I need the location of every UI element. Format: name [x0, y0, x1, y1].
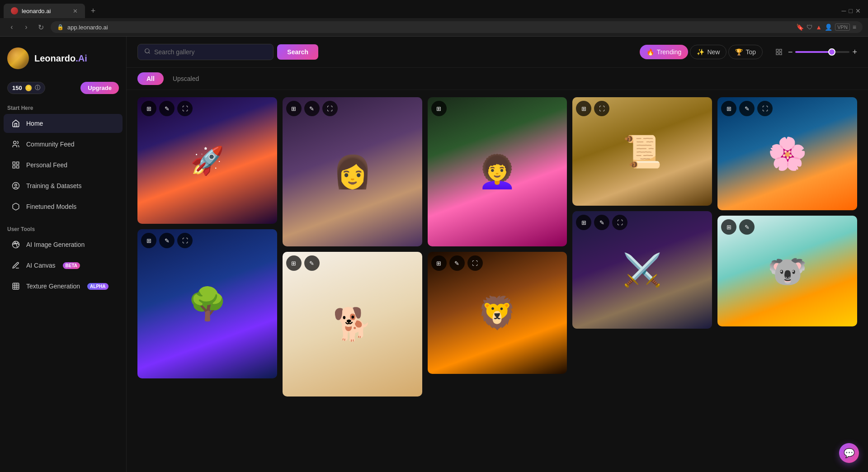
svg-point-9 — [145, 49, 149, 53]
expand-button[interactable]: ⛶ — [612, 215, 627, 230]
sort-buttons: 🔥 Trending ✨ New 🏆 Top — [640, 45, 763, 59]
upgrade-button[interactable]: Upgrade — [80, 82, 119, 94]
edit-button[interactable]: ✎ — [594, 215, 609, 230]
gallery-item[interactable]: ⊞ — [428, 97, 567, 246]
tab-all[interactable]: All — [137, 72, 164, 85]
remix-button[interactable]: ⊞ — [431, 101, 447, 116]
sidebar-community-label: Community Feed — [26, 141, 75, 148]
back-button[interactable]: ‹ — [5, 21, 18, 33]
sort-trending-button[interactable]: 🔥 Trending — [640, 45, 689, 59]
edit-button[interactable]: ✎ — [449, 255, 465, 271]
image-overlay: ⊞ ✎ — [721, 219, 854, 235]
expand-button[interactable]: ⛶ — [467, 255, 483, 271]
grid-icon — [11, 160, 21, 170]
image-overlay: ⊞ ✎ ⛶ — [721, 101, 854, 116]
url-bar[interactable]: 🔒 app.leonardo.ai 🔖 🛡 ▲ 👤 VPN ≡ — [51, 21, 863, 33]
forward-button[interactable]: › — [20, 21, 33, 33]
chat-bubble-button[interactable]: 💬 — [839, 443, 859, 463]
sidebar-item-texture[interactable]: Texture Generation ALPHA — [4, 277, 123, 296]
gallery-item[interactable]: ⊞ ✎ ⛶ — [283, 97, 422, 246]
url-bar-actions: 🔖 🛡 ▲ 👤 VPN ≡ — [796, 24, 856, 31]
gallery-item[interactable]: ⊞ ✎ — [283, 252, 422, 396]
sidebar-item-training[interactable]: Training & Datasets — [4, 176, 123, 195]
sidebar-item-community-feed[interactable]: Community Feed — [4, 135, 123, 154]
sidebar-item-ai-canvas[interactable]: AI Canvas BETA — [4, 256, 123, 275]
vpn-badge[interactable]: VPN — [835, 24, 850, 31]
edit-button[interactable]: ✎ — [159, 233, 175, 248]
remix-button[interactable]: ⊞ — [286, 255, 302, 271]
top-icon: 🏆 — [735, 48, 743, 56]
new-tab-button[interactable]: + — [87, 5, 99, 17]
menu-icon[interactable]: ≡ — [853, 24, 856, 31]
grid-view-button[interactable] — [772, 45, 786, 59]
community-icon — [11, 139, 21, 149]
edit-button[interactable]: ✎ — [304, 255, 320, 271]
sidebar-item-personal-feed[interactable]: Personal Feed — [4, 156, 123, 175]
alert-icon[interactable]: ▲ — [816, 24, 822, 31]
gallery-header: Search 🔥 Trending ✨ New 🏆 Top — [127, 37, 868, 68]
remix-button[interactable]: ⊞ — [141, 233, 156, 248]
edit-button[interactable]: ✎ — [304, 101, 320, 116]
help-icon[interactable]: ⓘ — [35, 84, 40, 92]
token-icon: 🪙 — [25, 85, 32, 91]
search-input[interactable] — [154, 48, 267, 56]
gallery-item[interactable]: ⊞ ✎ — [717, 216, 857, 326]
remix-button[interactable]: ⊞ — [721, 101, 736, 116]
view-controls: − + — [772, 45, 857, 59]
edit-button[interactable]: ✎ — [739, 219, 755, 235]
remix-button[interactable]: ⊞ — [576, 101, 591, 116]
gallery-item[interactable]: ⊞ ✎ ⛶ — [572, 211, 712, 329]
gallery-image — [283, 97, 422, 246]
maximize-button[interactable]: □ — [849, 7, 853, 14]
gallery-item[interactable]: ⊞ ✎ ⛶ — [137, 229, 277, 378]
svg-point-0 — [14, 141, 16, 144]
tab-close-button[interactable]: ✕ — [73, 8, 78, 14]
svg-rect-1 — [13, 162, 15, 164]
svg-rect-14 — [776, 52, 778, 55]
search-button[interactable]: Search — [277, 44, 318, 60]
sort-new-button[interactable]: ✨ New — [690, 45, 726, 59]
expand-button[interactable]: ⛶ — [322, 101, 338, 116]
expand-button[interactable]: ⛶ — [594, 101, 609, 116]
minimize-button[interactable]: ─ — [842, 7, 846, 14]
trending-label: Trending — [657, 48, 682, 56]
active-tab[interactable]: leonardo.ai ✕ — [4, 4, 85, 18]
remix-button[interactable]: ⊞ — [141, 101, 156, 116]
remix-button[interactable]: ⊞ — [286, 101, 302, 116]
sort-top-button[interactable]: 🏆 Top — [728, 45, 763, 59]
gallery-item[interactable]: ⊞ ✎ ⛶ — [717, 97, 857, 210]
gallery-item[interactable]: ⊞ ✎ ⛶ — [428, 252, 567, 374]
search-input-wrap[interactable] — [137, 44, 274, 60]
edit-button[interactable]: ✎ — [739, 101, 755, 116]
expand-button[interactable]: ⛶ — [177, 233, 193, 248]
fire-icon: 🔥 — [646, 48, 654, 56]
sidebar-item-ai-image[interactable]: AI Image Generation — [4, 235, 123, 254]
zoom-plus-button[interactable]: + — [852, 47, 857, 57]
profile-icon[interactable]: 👤 — [825, 24, 832, 31]
zoom-minus-button[interactable]: − — [788, 47, 793, 57]
sidebar-ai-image-label: AI Image Generation — [26, 241, 85, 248]
tab-upscaled[interactable]: Upscaled — [164, 72, 208, 85]
gallery-item[interactable]: ⊞ ⛶ — [572, 97, 712, 206]
remix-button[interactable]: ⊞ — [721, 219, 736, 235]
gallery-grid: ⊞ ✎ ⛶ ⊞ ✎ ⛶ ⊞ ✎ ⛶ — [127, 90, 868, 404]
expand-button[interactable]: ⛶ — [177, 101, 193, 116]
shield-icon[interactable]: 🛡 — [807, 24, 813, 31]
sidebar-item-finetuned[interactable]: Finetuned Models — [4, 197, 123, 216]
reload-button[interactable]: ↻ — [34, 21, 47, 33]
logo-accent: .Ai — [75, 53, 87, 63]
svg-rect-4 — [13, 166, 15, 168]
edit-button[interactable]: ✎ — [159, 101, 175, 116]
logo-main: Leonardo — [34, 53, 75, 63]
bookmark-icon[interactable]: 🔖 — [796, 24, 804, 31]
gallery-item[interactable]: ⊞ ✎ ⛶ — [137, 97, 277, 224]
sidebar-item-home[interactable]: Home — [4, 114, 123, 133]
expand-button[interactable]: ⛶ — [757, 101, 773, 116]
image-overlay: ⊞ ✎ ⛶ — [141, 233, 274, 248]
remix-button[interactable]: ⊞ — [576, 215, 591, 230]
sidebar-texture-label: Texture Generation — [26, 283, 80, 290]
close-window-button[interactable]: ✕ — [855, 7, 861, 14]
zoom-slider[interactable] — [795, 51, 849, 53]
remix-button[interactable]: ⊞ — [431, 255, 447, 271]
tab-title: leonardo.ai — [22, 8, 51, 14]
